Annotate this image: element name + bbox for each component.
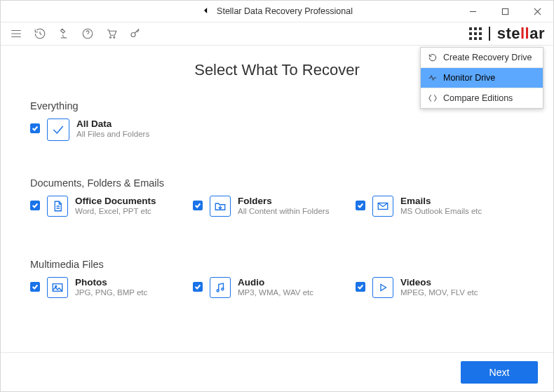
option-label: Photos xyxy=(75,277,147,288)
option-folders[interactable]: Folders All Content within Folders xyxy=(193,196,356,217)
option-sub: MS Outlook Emails etc xyxy=(400,207,482,217)
hamburger-menu-icon[interactable] xyxy=(9,27,23,41)
option-label: Videos xyxy=(400,277,478,288)
option-videos[interactable]: Videos MPEG, MOV, FLV etc xyxy=(356,277,518,298)
tools-dropdown: Create Recovery Drive Monitor Drive Comp… xyxy=(420,47,543,109)
window-title: Stellar Data Recovery Professional xyxy=(217,6,353,16)
photo-icon xyxy=(47,277,68,298)
svg-point-3 xyxy=(114,36,115,38)
option-sub: JPG, PNG, BMP etc xyxy=(75,288,147,298)
separator xyxy=(489,27,490,41)
svg-point-4 xyxy=(131,33,135,37)
menu-item-monitor-drive[interactable]: Monitor Drive xyxy=(421,68,543,88)
svg-marker-10 xyxy=(381,285,386,291)
all-data-icon xyxy=(47,119,69,141)
pulse-icon xyxy=(428,73,438,83)
cart-icon[interactable] xyxy=(104,27,119,41)
option-label: All Data xyxy=(76,119,149,130)
video-icon xyxy=(372,277,393,298)
window-close-button[interactable] xyxy=(521,1,553,22)
option-label: Office Documents xyxy=(75,196,156,207)
option-sub: MPEG, MOV, FLV etc xyxy=(400,288,478,298)
menu-item-label: Compare Editions xyxy=(443,93,513,103)
option-sub: All Files and Folders xyxy=(76,130,149,140)
email-icon xyxy=(372,196,393,217)
svg-point-2 xyxy=(109,36,111,38)
document-icon xyxy=(47,196,68,217)
svg-point-9 xyxy=(222,288,224,290)
option-label: Emails xyxy=(400,196,482,207)
history-icon[interactable] xyxy=(33,27,47,41)
section-docs-title: Documents, Folders & Emails xyxy=(30,177,524,189)
option-photos[interactable]: Photos JPG, PNG, BMP etc xyxy=(30,277,193,298)
window-minimize-button[interactable] xyxy=(457,1,489,22)
checkbox-icon[interactable] xyxy=(193,282,203,292)
checkbox-icon[interactable] xyxy=(356,201,365,210)
next-button[interactable]: Next xyxy=(461,361,538,384)
menu-item-label: Create Recovery Drive xyxy=(443,53,532,62)
help-icon[interactable] xyxy=(81,27,95,41)
key-icon[interactable] xyxy=(128,27,142,41)
checkbox-icon[interactable] xyxy=(30,201,40,210)
option-audio[interactable]: Audio MP3, WMA, WAV etc xyxy=(193,277,356,298)
footer: Next xyxy=(1,352,553,391)
option-sub: All Content within Folders xyxy=(238,207,329,217)
svg-point-8 xyxy=(217,290,219,292)
brand-logo: stellar xyxy=(497,25,545,43)
compare-icon xyxy=(428,93,438,103)
menu-item-compare-editions[interactable]: Compare Editions xyxy=(421,88,543,108)
title-bar: Stellar Data Recovery Professional xyxy=(1,1,553,22)
option-label: Folders xyxy=(238,196,329,207)
folder-icon xyxy=(210,196,231,217)
microscope-icon[interactable] xyxy=(57,27,71,41)
audio-icon xyxy=(210,277,231,298)
toolbar: stellar xyxy=(1,22,553,46)
svg-rect-0 xyxy=(502,8,508,14)
checkbox-icon[interactable] xyxy=(30,123,40,133)
window-maximize-button[interactable] xyxy=(489,1,521,22)
checkbox-icon[interactable] xyxy=(30,282,40,292)
brand-area: stellar xyxy=(469,22,545,45)
section-media-title: Multimedia Files xyxy=(30,259,524,270)
apps-grid-icon[interactable] xyxy=(469,27,482,40)
option-emails[interactable]: Emails MS Outlook Emails etc xyxy=(356,196,518,217)
back-arrow-icon[interactable] xyxy=(201,6,211,18)
checkbox-icon[interactable] xyxy=(356,282,365,292)
option-sub: Word, Excel, PPT etc xyxy=(75,207,156,217)
checkbox-icon[interactable] xyxy=(193,201,203,210)
menu-item-create-recovery-drive[interactable]: Create Recovery Drive xyxy=(421,48,543,68)
option-office-documents[interactable]: Office Documents Word, Excel, PPT etc xyxy=(30,196,193,217)
option-all-data[interactable]: All Data All Files and Folders xyxy=(30,119,193,141)
option-sub: MP3, WMA, WAV etc xyxy=(238,288,313,298)
refresh-icon xyxy=(428,53,438,62)
menu-item-label: Monitor Drive xyxy=(443,73,495,83)
option-label: Audio xyxy=(238,277,313,288)
